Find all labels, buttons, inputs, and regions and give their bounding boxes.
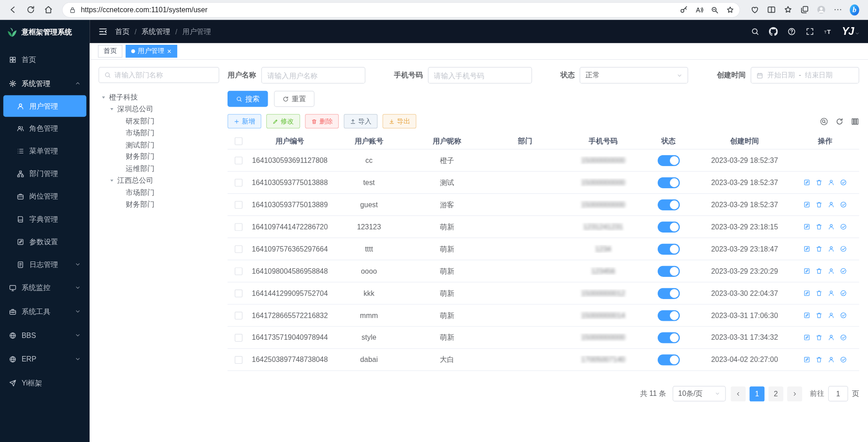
menu-item-dict-management[interactable]: 字典管理 (0, 208, 90, 230)
export-button[interactable]: 导出 (383, 114, 417, 128)
copilot-icon[interactable]: b (850, 5, 859, 14)
split-screen-icon[interactable] (767, 5, 776, 14)
next-page-button[interactable] (787, 386, 802, 401)
delete-op-icon[interactable] (816, 201, 823, 208)
search-icon[interactable] (750, 27, 759, 36)
delete-op-icon[interactable] (816, 290, 823, 297)
row-checkbox[interactable] (235, 201, 242, 209)
site-info-lock-icon[interactable] (69, 6, 76, 14)
row-checkbox[interactable] (235, 311, 242, 319)
dept-tree-node[interactable]: 财务部门 (99, 151, 219, 163)
zoom-indicator-icon[interactable] (710, 5, 719, 14)
github-icon[interactable] (769, 27, 778, 36)
edit-op-icon[interactable] (803, 290, 811, 297)
browser-essentials-icon[interactable] (750, 5, 759, 14)
tab-home[interactable]: 首页 (98, 45, 123, 57)
delete-op-icon[interactable] (816, 312, 823, 319)
edit-op-icon[interactable] (803, 201, 811, 208)
reset-password-icon[interactable] (828, 223, 835, 230)
status-toggle[interactable] (657, 155, 679, 166)
menu-item-system-tools[interactable]: 系统工具 (0, 299, 90, 323)
status-toggle[interactable] (657, 199, 679, 210)
select-all-checkbox[interactable] (235, 138, 242, 145)
delete-op-icon[interactable] (816, 179, 823, 186)
delete-op-icon[interactable] (816, 334, 823, 341)
menu-item-user-management[interactable]: 用户管理 (3, 95, 86, 117)
dept-tree-node[interactable]: 研发部门 (99, 115, 219, 127)
sidebar-collapse-icon[interactable] (98, 27, 108, 37)
row-checkbox[interactable] (235, 289, 242, 297)
assign-role-icon[interactable] (840, 312, 847, 319)
edit-op-icon[interactable] (803, 356, 811, 363)
tab-close-icon[interactable]: × (167, 48, 171, 55)
reset-password-icon[interactable] (828, 201, 835, 208)
edit-op-icon[interactable] (803, 267, 811, 275)
row-checkbox[interactable] (235, 223, 242, 231)
password-key-icon[interactable] (679, 5, 688, 14)
read-aloud-icon[interactable] (695, 5, 704, 14)
reset-password-icon[interactable] (828, 179, 835, 186)
collections-icon[interactable] (800, 5, 810, 14)
dept-tree-node[interactable]: 市场部门 (99, 127, 219, 139)
phone-input[interactable] (428, 67, 532, 84)
reset-password-icon[interactable] (828, 290, 835, 297)
menu-item-role-management[interactable]: 角色管理 (0, 117, 90, 139)
page-button-1[interactable]: 1 (749, 386, 764, 401)
assign-role-icon[interactable] (840, 267, 847, 275)
date-range-picker[interactable]: 开始日期 - 结束日期 (751, 67, 859, 84)
menu-item-post-management[interactable]: 岗位管理 (0, 185, 90, 208)
row-checkbox[interactable] (235, 157, 242, 164)
status-toggle[interactable] (657, 332, 679, 343)
menu-item-menu-management[interactable]: 菜单管理 (0, 139, 90, 162)
dept-tree-node[interactable]: 运维部门 (99, 163, 219, 175)
assign-role-icon[interactable] (840, 356, 847, 363)
reset-password-icon[interactable] (828, 356, 835, 363)
assign-role-icon[interactable] (840, 179, 847, 186)
status-toggle[interactable] (657, 266, 679, 276)
delete-op-icon[interactable] (816, 267, 823, 275)
help-icon[interactable] (787, 27, 796, 36)
assign-role-icon[interactable] (840, 334, 847, 341)
page-button-2[interactable]: 2 (768, 386, 783, 401)
assign-role-icon[interactable] (840, 223, 847, 230)
status-toggle[interactable] (657, 354, 679, 365)
tab-user-management[interactable]: 用户管理× (126, 45, 177, 57)
status-toggle[interactable] (657, 221, 679, 232)
menu-item-system-management[interactable]: 系统管理 (0, 71, 90, 95)
address-bar[interactable]: https://ccnetcore.com:1101/system/user (62, 2, 740, 17)
menu-item-bbs[interactable]: BBS (0, 323, 90, 347)
assign-role-icon[interactable] (840, 290, 847, 297)
profile-avatar[interactable] (816, 5, 826, 14)
reset-password-icon[interactable] (828, 312, 835, 319)
menu-item-log-management[interactable]: 日志管理 (0, 253, 90, 276)
reset-button[interactable]: 重置 (274, 91, 314, 107)
status-toggle[interactable] (657, 310, 679, 321)
menu-item-yi-framework[interactable]: Yi框架 (0, 371, 90, 395)
prev-page-button[interactable] (731, 386, 746, 401)
edit-op-icon[interactable] (803, 334, 811, 341)
columns-icon[interactable] (851, 117, 859, 125)
more-icon[interactable] (833, 5, 843, 14)
dept-tree-node[interactable]: 测试部门 (99, 139, 219, 151)
status-toggle[interactable] (657, 243, 679, 254)
fullscreen-icon[interactable] (805, 27, 814, 36)
menu-item-dept-management[interactable]: 部门管理 (0, 162, 90, 185)
breadcrumb-item[interactable]: 首页 (115, 27, 130, 37)
menu-item-home[interactable]: 首页 (0, 48, 90, 71)
refresh-icon[interactable] (835, 117, 844, 125)
status-toggle[interactable] (657, 177, 679, 188)
font-size-icon[interactable]: TT (824, 27, 833, 36)
reset-password-icon[interactable] (828, 245, 835, 252)
browser-home-button[interactable] (40, 1, 57, 18)
status-select[interactable]: 正常 (580, 67, 688, 84)
edit-button[interactable]: 修改 (266, 114, 300, 128)
username-input[interactable] (261, 67, 365, 84)
search-circle-icon[interactable] (820, 117, 828, 125)
search-button[interactable]: 搜索 (228, 91, 268, 107)
assign-role-icon[interactable] (840, 201, 847, 208)
breadcrumb-item[interactable]: 系统管理 (142, 27, 171, 37)
row-checkbox[interactable] (235, 245, 242, 253)
browser-back-button[interactable] (5, 1, 21, 18)
favorite-add-icon[interactable] (726, 5, 735, 14)
menu-item-erp[interactable]: ERP (0, 347, 90, 371)
